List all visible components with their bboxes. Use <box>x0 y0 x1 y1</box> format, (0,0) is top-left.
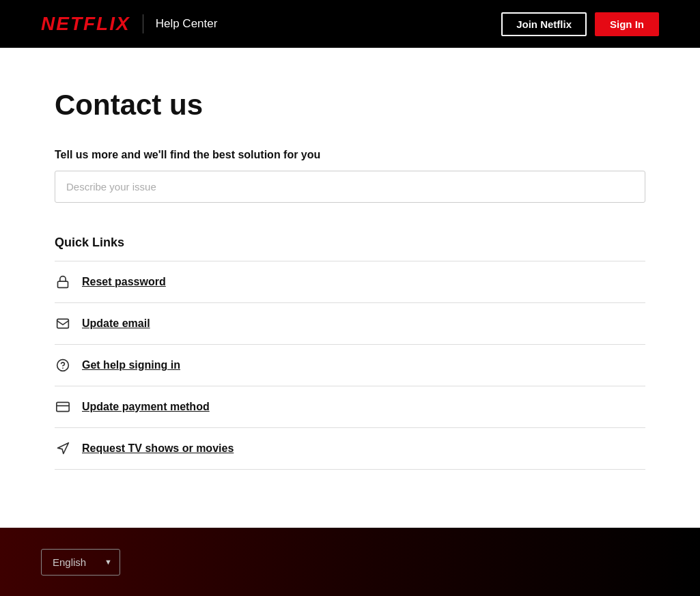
quick-link-request-shows[interactable]: Request TV shows or movies <box>55 428 645 470</box>
site-header: NETFLIX Help Center Join Netflix Sign In <box>0 0 700 48</box>
lock-icon <box>55 274 71 290</box>
header-divider <box>143 14 143 33</box>
language-selector[interactable]: English Español Français Deutsch 中文 <box>41 549 120 576</box>
header-right: Join Netflix Sign In <box>501 12 659 36</box>
language-selector-wrapper: English Español Français Deutsch 中文 <box>41 549 120 576</box>
main-content: Contact us Tell us more and we'll find t… <box>0 48 700 528</box>
join-netflix-button[interactable]: Join Netflix <box>501 12 587 36</box>
svg-rect-1 <box>57 319 69 328</box>
header-left: NETFLIX Help Center <box>41 13 217 35</box>
update-email-label: Update email <box>82 317 150 330</box>
help-center-label: Help Center <box>156 17 218 31</box>
quick-links-title: Quick Links <box>55 236 645 250</box>
help-signing-in-label: Get help signing in <box>82 359 180 371</box>
request-shows-label: Request TV shows or movies <box>82 442 234 455</box>
email-icon <box>55 315 71 332</box>
svg-rect-0 <box>58 281 68 287</box>
svg-rect-4 <box>57 402 69 411</box>
site-footer: English Español Français Deutsch 中文 <box>0 528 700 596</box>
question-icon <box>55 357 71 373</box>
quick-link-help-signing-in[interactable]: Get help signing in <box>55 345 645 386</box>
sign-in-button[interactable]: Sign In <box>595 12 659 36</box>
netflix-logo: NETFLIX <box>41 13 130 35</box>
page-title: Contact us <box>55 89 645 122</box>
issue-search-input[interactable] <box>55 171 645 203</box>
subtitle-text: Tell us more and we'll find the best sol… <box>55 149 645 161</box>
quick-link-update-email[interactable]: Update email <box>55 303 645 345</box>
reset-password-label: Reset password <box>82 276 166 288</box>
megaphone-icon <box>55 440 71 457</box>
card-icon <box>55 399 71 415</box>
quick-link-reset-password[interactable]: Reset password <box>55 261 645 303</box>
update-payment-label: Update payment method <box>82 401 210 413</box>
quick-link-update-payment[interactable]: Update payment method <box>55 386 645 428</box>
